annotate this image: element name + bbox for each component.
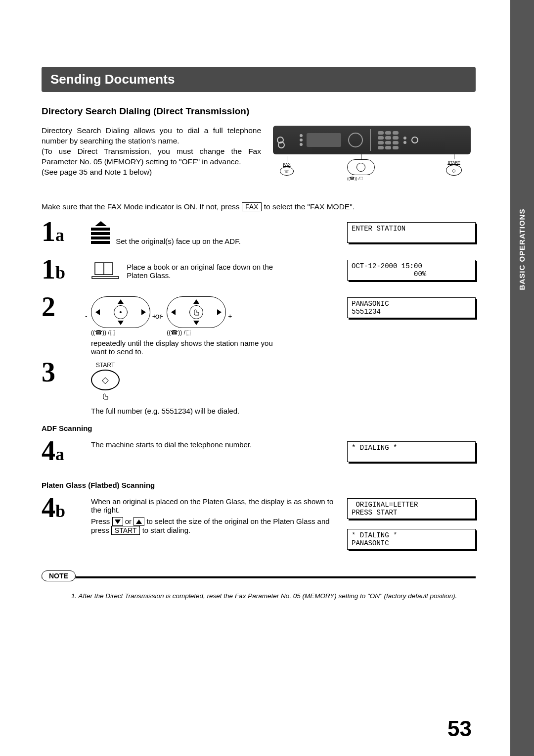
step-1a-text: Set the original(s) face up on the ADF.	[116, 237, 241, 245]
subheading: Directory Search Dialing (Direct Transmi…	[42, 106, 476, 117]
steps-list: 1a Set the original(s) face up on the AD…	[42, 219, 476, 560]
adf-heading: ADF Scanning	[42, 424, 476, 432]
page-content: Sending Documents Directory Search Diali…	[0, 0, 510, 756]
start-label: START	[446, 160, 462, 165]
hand-icon	[100, 391, 110, 401]
note-section: NOTE 1. After the Direct Transmission is…	[42, 576, 476, 600]
down-arrow-key	[112, 517, 123, 526]
step-number: 3	[42, 360, 82, 384]
device-body	[273, 126, 471, 154]
start-icon: ◇	[446, 165, 462, 176]
hand-icon	[191, 307, 201, 317]
lcd-2: PANASONIC 5551234	[347, 297, 476, 318]
intro-row: Directory Search Dialing allows you to d…	[42, 126, 476, 178]
platen-heading: Platen Glass (Flatbed) Scanning	[42, 481, 476, 489]
step-1b: 1b Place a book or an original face down…	[42, 257, 476, 290]
intro-p1: Directory Search Dialing allows you to d…	[42, 126, 261, 146]
lcd-4b2: * DIALING * PANASONIC	[347, 529, 476, 550]
intro-p2: (To use Direct Transmission, you must ch…	[42, 146, 261, 167]
step-number: 4a	[42, 438, 82, 463]
step-number: 1a	[42, 219, 82, 244]
start-button-icon: START ◇	[91, 362, 120, 403]
side-tab: BASIC OPERATIONS	[510, 0, 534, 756]
step-body: - • + ((☎)) /⬚ or -	[91, 294, 338, 356]
dial-sub-icons: ((☎)) /⬚	[347, 176, 375, 181]
step-body: When an original is placed on the Platen…	[91, 495, 338, 535]
book-icon	[91, 271, 127, 280]
start-callout: START ◇	[446, 154, 462, 176]
direction-pad-icon	[347, 159, 375, 175]
step-2-text: repeatedly until the display shows the s…	[91, 339, 289, 356]
direction-pad-icon: •	[91, 296, 150, 328]
direction-pad-icon	[167, 296, 226, 328]
side-tab-label: BASIC OPERATIONS	[518, 209, 527, 290]
step-1a: 1a Set the original(s) face up on the AD…	[42, 219, 476, 253]
lcd-4a: * DIALING *	[347, 441, 476, 462]
intro-p3: (See page 35 and Note 1 below)	[42, 167, 261, 178]
lcd-1b: OCT-12-2000 15:00 00%	[347, 260, 476, 281]
dial-sub: ((☎)) /⬚	[167, 329, 226, 336]
step-body: Place a book or an original face down on…	[91, 257, 338, 280]
step-4b-l1: When an original is placed on the Platen…	[91, 497, 338, 514]
step-body: START ◇ The full number (e.g. 5551234) w…	[91, 360, 338, 415]
note-label: NOTE	[42, 570, 76, 581]
step-3-text: The full number (e.g. 5551234) will be d…	[91, 407, 338, 415]
fax-key: FAX	[242, 202, 262, 211]
mode-pre: Make sure that the FAX Mode indicator is…	[42, 202, 242, 211]
fax-icon: ☏	[280, 167, 294, 176]
step-number: 1b	[42, 257, 82, 282]
step-4b-l2: Press or to select the size of the origi…	[91, 517, 338, 535]
intro-text: Directory Search Dialing allows you to d…	[42, 126, 261, 178]
start-key: START	[111, 526, 140, 535]
step-2: 2 - • + ((☎)) /⬚ or -	[42, 294, 476, 356]
step-3: 3 START ◇ The full number (e.g. 5551234)…	[42, 360, 476, 415]
fax-label: FAX	[280, 162, 294, 167]
step-4a-text: The machine starts to dial the telephone…	[91, 438, 338, 449]
dial-sub: ((☎)) /⬚	[91, 329, 150, 336]
step-4b: 4b When an original is placed on the Pla…	[42, 495, 476, 560]
step-number: 2	[42, 294, 82, 319]
step-4a: 4a The machine starts to dial the teleph…	[42, 438, 476, 472]
step-body: Set the original(s) face up on the ADF.	[91, 219, 338, 245]
device-illustration: FAX ☏ ((☎)) /⬚ START ◇	[273, 126, 476, 174]
step-1b-text: Place a book or an original face down on…	[127, 263, 290, 280]
section-title: Sending Documents	[42, 67, 476, 92]
mode-instruction: Make sure that the FAX Mode indicator is…	[42, 202, 476, 211]
note-text: 1. After the Direct Transmission is comp…	[42, 587, 476, 600]
step-number: 4b	[42, 495, 82, 520]
adf-icon	[91, 221, 110, 245]
mode-post: to select the "FAX MODE".	[264, 202, 355, 211]
lcd-4b1: ORIGINAL=LETTER PRESS START	[347, 498, 476, 519]
up-arrow-key	[134, 517, 144, 526]
nav-callout: ((☎)) /⬚	[347, 154, 375, 181]
lcd-1a: ENTER STATION	[347, 222, 476, 243]
page-number: 53	[447, 716, 472, 741]
fax-callout: FAX ☏	[280, 156, 294, 176]
